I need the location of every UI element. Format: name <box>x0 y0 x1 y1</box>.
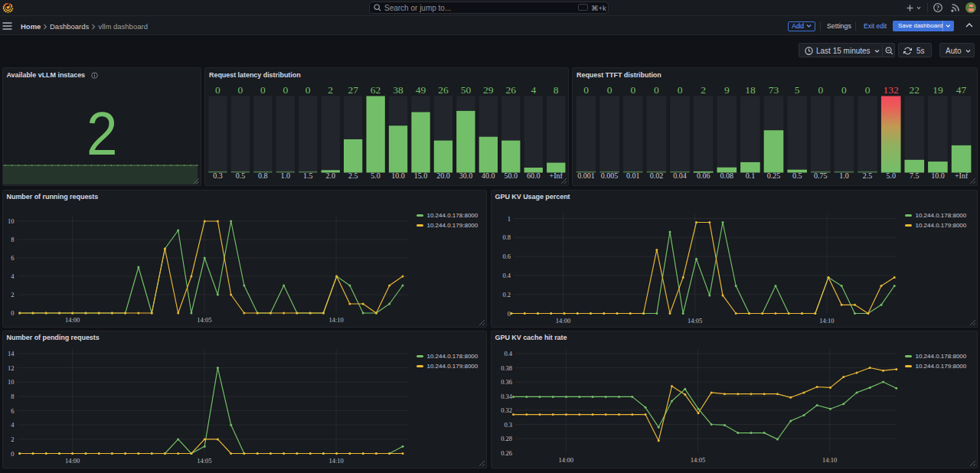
svg-text:4: 4 <box>11 421 15 429</box>
svg-text:0.6: 0.6 <box>502 253 511 260</box>
svg-text:47: 47 <box>956 84 967 96</box>
svg-text:2: 2 <box>11 435 14 442</box>
svg-text:14:05: 14:05 <box>197 316 211 324</box>
svg-text:14:00: 14:00 <box>65 456 80 464</box>
svg-text:14:05: 14:05 <box>688 316 702 324</box>
svg-text:0: 0 <box>215 84 220 96</box>
svg-text:14:00: 14:00 <box>65 316 80 324</box>
svg-text:7.5: 7.5 <box>910 171 920 180</box>
svg-text:0.32: 0.32 <box>501 406 512 414</box>
svg-text:9: 9 <box>724 84 730 96</box>
svg-text:1.0: 1.0 <box>839 171 849 180</box>
svg-text:50: 50 <box>461 84 472 96</box>
svg-text:0.36: 0.36 <box>501 378 512 386</box>
svg-text:0: 0 <box>654 84 659 96</box>
svg-text:20.0: 20.0 <box>436 171 450 180</box>
svg-text:0: 0 <box>11 309 14 317</box>
svg-text:?: ? <box>936 5 939 11</box>
svg-text:0.4: 0.4 <box>504 350 512 357</box>
svg-text:0.005: 0.005 <box>601 171 619 180</box>
svg-text:30.0: 30.0 <box>459 171 473 180</box>
svg-text:0: 0 <box>630 84 635 96</box>
svg-text:19: 19 <box>933 84 943 96</box>
svg-text:8: 8 <box>11 392 14 400</box>
svg-text:0: 0 <box>283 84 288 96</box>
svg-text:26: 26 <box>438 84 449 96</box>
svg-text:0.28: 0.28 <box>501 435 512 442</box>
svg-text:0: 0 <box>865 84 871 96</box>
svg-text:10: 10 <box>8 378 15 386</box>
svg-text:62: 62 <box>371 84 381 96</box>
svg-text:0: 0 <box>260 84 266 96</box>
svg-text:14:10: 14:10 <box>822 455 837 463</box>
svg-text:0.1: 0.1 <box>746 171 756 180</box>
svg-text:14:10: 14:10 <box>328 456 343 464</box>
svg-text:0.001: 0.001 <box>577 171 595 180</box>
svg-text:5.0: 5.0 <box>371 171 381 180</box>
svg-text:0.5: 0.5 <box>236 171 246 180</box>
svg-text:50.0: 50.0 <box>505 171 518 180</box>
svg-text:14:05: 14:05 <box>197 456 211 464</box>
svg-text:0.25: 0.25 <box>767 171 781 180</box>
svg-text:49: 49 <box>416 84 426 96</box>
svg-text:5.0: 5.0 <box>886 171 896 180</box>
svg-text:14:05: 14:05 <box>690 455 704 463</box>
svg-text:10.0: 10.0 <box>391 171 404 180</box>
svg-text:14:00: 14:00 <box>558 455 573 463</box>
svg-text:0.4: 0.4 <box>502 271 511 279</box>
svg-text:2.0: 2.0 <box>325 171 335 180</box>
svg-text:8: 8 <box>11 236 14 243</box>
svg-text:4: 4 <box>11 272 15 280</box>
svg-text:2.5: 2.5 <box>348 171 358 180</box>
svg-text:0: 0 <box>507 309 510 317</box>
svg-text:73: 73 <box>769 84 779 96</box>
svg-text:0.75: 0.75 <box>814 171 828 180</box>
svg-text:2: 2 <box>328 84 333 96</box>
svg-text:+Inf: +Inf <box>955 171 969 180</box>
svg-text:0.3: 0.3 <box>213 171 223 180</box>
svg-text:2: 2 <box>11 291 14 298</box>
svg-text:60.0: 60.0 <box>527 171 541 180</box>
svg-text:18: 18 <box>745 84 756 96</box>
svg-text:0.06: 0.06 <box>697 171 710 180</box>
svg-text:40.0: 40.0 <box>482 171 495 180</box>
svg-text:26: 26 <box>506 84 517 96</box>
svg-text:29: 29 <box>483 84 494 96</box>
svg-text:0.5: 0.5 <box>792 171 802 180</box>
svg-text:22: 22 <box>910 84 920 96</box>
svg-text:4: 4 <box>531 84 536 96</box>
svg-text:14:00: 14:00 <box>555 316 570 324</box>
svg-text:0: 0 <box>238 84 243 96</box>
svg-text:2.5: 2.5 <box>863 171 873 180</box>
svg-text:0.04: 0.04 <box>673 171 687 180</box>
svg-text:0: 0 <box>818 84 823 96</box>
svg-text:27: 27 <box>348 84 358 96</box>
svg-text:0: 0 <box>11 449 14 457</box>
svg-text:1.5: 1.5 <box>303 171 313 180</box>
svg-text:0.08: 0.08 <box>720 171 734 180</box>
svg-text:15.0: 15.0 <box>414 171 428 180</box>
svg-text:0: 0 <box>678 84 683 96</box>
svg-text:1: 1 <box>507 214 510 222</box>
svg-text:0.8: 0.8 <box>258 171 268 180</box>
svg-text:6: 6 <box>11 254 14 262</box>
svg-text:0.01: 0.01 <box>626 171 640 180</box>
svg-text:0: 0 <box>841 84 847 96</box>
svg-text:6: 6 <box>11 406 14 414</box>
svg-text:0.34: 0.34 <box>501 392 513 400</box>
svg-text:8: 8 <box>554 84 559 96</box>
svg-text:14:10: 14:10 <box>328 316 343 324</box>
svg-text:0.38: 0.38 <box>501 364 512 371</box>
svg-text:38: 38 <box>393 84 403 96</box>
svg-text:1.0: 1.0 <box>281 171 291 180</box>
svg-text:14:10: 14:10 <box>819 316 834 324</box>
svg-text:0.02: 0.02 <box>650 171 664 180</box>
svg-text:10: 10 <box>8 217 15 225</box>
svg-text:0: 0 <box>305 84 311 96</box>
svg-text:0.2: 0.2 <box>502 290 511 298</box>
svg-text:0.8: 0.8 <box>502 233 511 241</box>
svg-text:2: 2 <box>701 84 706 96</box>
svg-text:132: 132 <box>884 84 899 96</box>
svg-text:0.26: 0.26 <box>501 449 512 456</box>
svg-text:0: 0 <box>583 84 589 96</box>
